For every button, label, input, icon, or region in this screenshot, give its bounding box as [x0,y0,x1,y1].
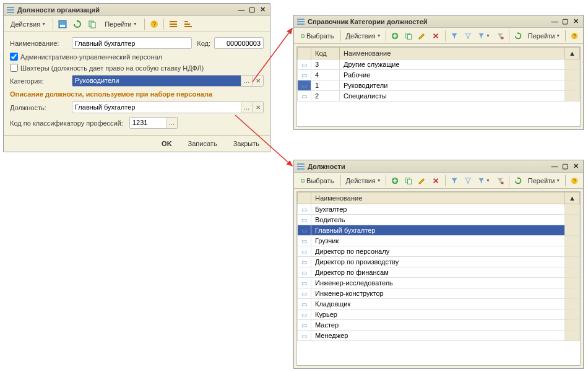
edit-icon[interactable] [416,30,428,42]
filter-clear-icon[interactable] [494,175,506,187]
maximize-button[interactable]: ▢ [560,17,570,26]
field-position-open[interactable]: … [241,102,252,113]
maximize-button[interactable]: ▢ [247,6,257,14]
field-position-clear[interactable]: ✕ [252,102,263,113]
button-ok[interactable]: OK [155,138,179,149]
svg-rect-17 [297,21,305,22]
svg-rect-12 [170,26,177,27]
table-row[interactable]: ▭Главный бухгалтер [298,225,580,236]
button-close[interactable]: Закрыть [227,138,266,149]
filter1-icon[interactable] [448,175,460,187]
table-row[interactable]: ▭2Специалисты [298,91,580,102]
refresh-icon[interactable] [512,175,524,187]
close-button[interactable]: ✕ [257,6,267,14]
table-row[interactable]: ▭4Рабочие [298,70,580,80]
table-row[interactable]: ▭Менеджер [298,331,580,341]
category-table[interactable]: Код Наименование ▲ ▭3Другие служащие▭4Ра… [297,47,580,102]
table-row[interactable]: ▭Бухгалтер [298,204,580,215]
filter3-icon[interactable]: ▼ [475,30,493,42]
help-icon[interactable]: ? [568,175,581,187]
field-category[interactable]: Руководители … ✕ [72,75,264,87]
maximize-button[interactable]: ▢ [560,162,570,171]
label-classifier: Код по классификатору профессий: [10,119,123,127]
field-classifier-open[interactable]: … [166,118,177,128]
filter2-icon[interactable] [462,175,474,187]
checkbox-admin[interactable] [10,53,18,61]
refresh-icon[interactable] [71,18,84,30]
table-row[interactable]: ▭Директор по финансам [298,267,580,278]
select-button[interactable]: Выбрать [296,30,338,42]
go-menu[interactable]: Перейти▼ [525,175,563,187]
label-name: Наименование: [10,40,68,47]
col-name[interactable]: Наименование [311,192,565,204]
list-icon [296,162,305,170]
help-icon[interactable]: ? [568,30,581,42]
delete-icon[interactable] [430,30,442,42]
rows-icon[interactable] [166,18,180,30]
checkbox-miners-label: Шахтеры (должность дает право на особую … [20,64,204,72]
add-icon[interactable] [389,30,401,42]
sort-icon[interactable] [181,18,195,30]
row-icon: ▭ [301,82,307,89]
cell-name: Директор по финансам [311,267,565,278]
filter1-icon[interactable] [448,30,460,42]
table-row[interactable]: ▭Инженер-исследователь [298,278,580,288]
field-category-open[interactable]: … [241,76,252,86]
table-row[interactable]: ▭Директор по производству [298,257,580,267]
cell-name: Менеджер [311,331,565,341]
add-icon[interactable] [389,175,401,187]
minimize-button[interactable]: — [550,162,560,171]
close-button[interactable]: ✕ [571,162,581,171]
actions-menu[interactable]: Действия▼ [344,175,383,187]
table-row[interactable]: ▭Мастер [298,320,580,331]
filter2-icon[interactable] [462,30,474,42]
close-button[interactable]: ✕ [571,17,581,26]
copy-icon[interactable] [402,30,415,42]
table-row[interactable]: ▭Грузчик [298,236,580,246]
table-row[interactable]: ▭Курьер [298,309,580,320]
svg-rect-18 [297,24,305,25]
minimize-button[interactable]: — [236,6,246,14]
svg-rect-27 [297,166,305,167]
copy-icon[interactable] [85,18,99,30]
col-code[interactable]: Код [311,48,340,59]
row-icon: ▭ [301,61,307,68]
table-row[interactable]: ▭Директор по персоналу [298,246,580,257]
table-row[interactable]: ▭3Другие служащие [298,59,580,70]
cell-name: Руководители [340,80,565,91]
checkbox-miners[interactable] [10,64,18,72]
select-button[interactable]: Выбрать [296,175,338,187]
save-icon[interactable] [56,18,69,30]
table-row[interactable]: ▭Инженер-конструктор [298,288,580,299]
field-category-clear[interactable]: ✕ [252,76,263,86]
button-write[interactable]: Записать [181,138,224,149]
filter3-icon[interactable]: ▼ [475,175,493,187]
delete-icon[interactable] [430,175,442,187]
input-code[interactable] [214,37,264,49]
edit-icon[interactable] [416,175,428,187]
table-row[interactable]: ▭Кладовщик [298,299,580,309]
table-row[interactable]: ▭Водитель [298,215,580,225]
minimize-button[interactable]: — [550,17,560,26]
svg-rect-14 [184,24,190,25]
col-icon [298,48,311,59]
go-menu[interactable]: Перейти▼ [525,30,563,42]
refresh-icon[interactable] [512,30,524,42]
field-classifier[interactable]: 1231 … [129,117,178,129]
positions-table[interactable]: Наименование ▲ ▭Бухгалтер▭Водитель▭Главн… [297,192,580,341]
actions-menu[interactable]: Действия▼ [6,18,50,30]
input-name[interactable] [72,37,192,49]
help-icon[interactable]: ? [147,18,161,30]
copy-icon[interactable] [402,175,415,187]
svg-rect-28 [297,168,305,170]
filter-clear-icon[interactable] [494,30,506,42]
col-name[interactable]: Наименование [340,48,565,59]
field-position-value: Главный бухгалтер [72,102,241,113]
table-row[interactable]: ▭1Руководители [298,80,580,91]
field-position[interactable]: Главный бухгалтер … ✕ [72,102,264,113]
checkbox-admin-row: Административно-управленческий персонал [10,53,264,61]
row-icon: ▭ [301,248,307,255]
actions-menu[interactable]: Действия▼ [344,30,383,42]
go-menu[interactable]: Перейти▼ [100,18,142,30]
svg-rect-32 [407,179,411,184]
